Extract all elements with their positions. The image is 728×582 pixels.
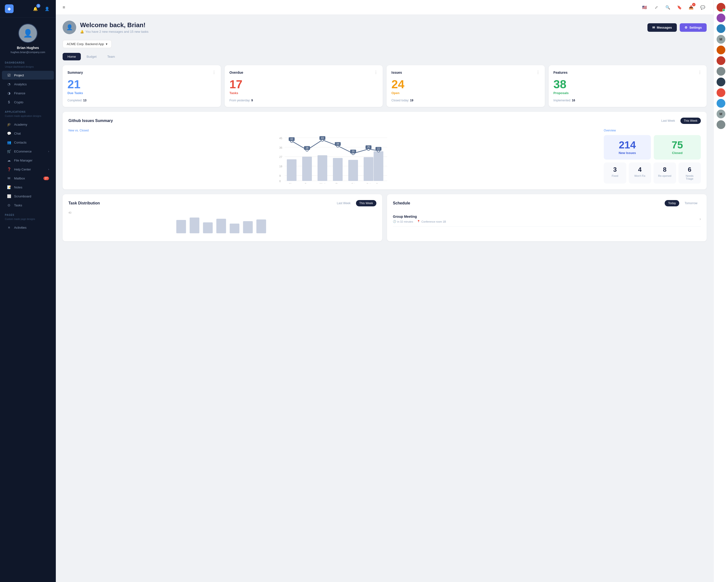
svg-text:Tue: Tue [305,183,309,184]
features-number: 38 [553,79,702,90]
sidebar-item-project[interactable]: ☑ Project [2,71,54,80]
footer-val: 19 [410,99,413,102]
schedule-today-btn[interactable]: Today [665,200,679,206]
chevron-right-icon[interactable]: › [700,217,701,221]
sidebar-item-finance[interactable]: ◑ Finance [2,89,54,98]
svg-rect-53 [257,219,266,233]
sidebar-item-label: Tasks [14,203,22,207]
sidebar-item-analytics[interactable]: ◔ Analytics [2,80,54,88]
schedule-header: Schedule Today Tomorrow [393,200,701,206]
avatar-1[interactable] [717,3,725,11]
tab-budget[interactable]: Budget [82,53,101,60]
contacts-icon: 👥 [7,140,11,144]
chevron-down-icon: ▾ [106,42,107,46]
closed-number: 75 [658,140,696,150]
avatar-8[interactable] [717,78,725,86]
pages-sub: Custom made page designs [0,218,56,223]
avatar-6[interactable] [717,56,725,65]
card-header: Summary ⋮ [68,70,216,75]
hamburger-button[interactable]: ≡ [62,5,65,10]
summary-number: 21 [68,79,216,90]
dashboards-section: DASHBOARDS Unique dashboard designs ☑ Pr… [0,57,56,107]
svg-rect-51 [230,224,239,233]
issues-footer: Closed today: 19 [391,99,540,102]
bookmark-icon[interactable]: 🔖 [676,3,683,11]
task-dist-chart: 40 [69,211,376,235]
logo-icon[interactable]: ◆ [5,4,14,13]
task-dist-header: Task Distribution Last Week This Week [69,200,376,206]
inbox-icon[interactable]: 📥 5 [687,3,695,11]
user-search-button[interactable]: 👤 [43,5,51,12]
flag-icon[interactable]: 🇺🇸 [641,3,648,11]
card-header: Features ⋮ [553,70,702,75]
issues-card: Issues ⋮ 24 Open Closed today: 19 [387,65,545,107]
envelope-icon: ✉ [652,26,655,29]
avatar-9[interactable] [717,88,725,97]
fixed-label: Fixed [607,174,623,177]
sidebar-item-academy[interactable]: 🎓 Academy [2,120,54,129]
card-menu-icon[interactable]: ⋮ [212,70,216,75]
avatar-3[interactable] [717,24,725,33]
avatar-7[interactable] [717,67,725,76]
search-icon[interactable]: 🔍 [664,3,672,11]
github-thisweek-btn[interactable]: This Week [680,118,701,124]
sidebar-item-mailbox[interactable]: ✉ Mailbox 27 [2,174,54,183]
svg-text:27: 27 [279,156,282,158]
settings-button[interactable]: ⚙ Settings [680,23,707,32]
sidebar-item-label: Finance [14,91,25,95]
avatar-2[interactable] [717,13,725,22]
tab-team[interactable]: Team [102,53,120,60]
avatar-10[interactable] [717,99,725,108]
new-issues-number: 214 [608,140,646,150]
github-lastweek-btn[interactable]: Last Week [658,118,678,124]
summary-cards: Summary ⋮ 21 Due Tasks Completed: 13 Ove… [62,65,707,107]
chevron-right-icon: › [48,168,49,171]
main-content: ≡ 🇺🇸 ⤢ 🔍 🔖 📥 5 💬 👤 Welcome back, Brian! … [56,0,713,582]
overview-top: 214 New Issues 75 Closed [604,135,701,160]
messages-button[interactable]: ✉ Messages [647,23,677,32]
line-bar-chart: 45 36 27 18 9 0 [69,135,598,184]
notification-button[interactable]: 🔔 3 [31,5,39,12]
card-menu-icon[interactable]: ⋮ [536,70,540,75]
notification-badge: 3 [36,4,40,8]
task-dist-thisweek-btn[interactable]: This Week [356,200,376,206]
sidebar-item-ecommerce[interactable]: 🛒 ECommerce › [2,147,54,156]
sidebar-item-chat[interactable]: 💬 Chat [2,129,54,138]
inbox-badge: 5 [692,3,696,6]
task-dist-lastweek-btn[interactable]: Last Week [333,200,354,206]
card-header: Issues ⋮ [391,70,540,75]
avatar-4[interactable]: M [717,35,725,44]
triage-label: Needs Triage [682,174,698,180]
card-menu-icon[interactable]: ⋮ [374,70,378,75]
tab-home[interactable]: Home [62,53,81,60]
location-icon: 📍 [417,220,420,223]
scrumboard-icon: ⬜ [7,194,11,198]
project-dropdown[interactable]: ACME Corp. Backend App ▾ [62,40,112,48]
svg-rect-48 [190,218,200,233]
event-title: Group Meeting [393,215,446,219]
sidebar-item-crypto[interactable]: $ Crypto [2,98,54,107]
github-week-toggle: Last Week This Week [658,118,701,124]
github-issues-section: Github Issues Summary Last Week This Wee… [62,112,707,189]
topbar-left: ≡ [62,5,65,10]
filemanager-icon: ☁ [7,158,11,162]
sidebar-item-notes[interactable]: 📝 Notes [2,183,54,192]
sidebar-item-tasks[interactable]: ⊙ Tasks [2,201,54,210]
card-menu-icon[interactable]: ⋮ [698,70,702,75]
fullscreen-icon[interactable]: ⤢ [652,3,660,11]
applications-label: APPLICATIONS [0,107,56,115]
task-distribution-section: Task Distribution Last Week This Week 40 [62,194,382,241]
sidebar-item-activities[interactable]: ≡ Activities [2,223,54,232]
finance-icon: ◑ [7,91,11,95]
sidebar-item-filemanager[interactable]: ☁ File Manager [2,156,54,165]
sidebar-item-contacts[interactable]: 👥 Contacts [2,138,54,147]
sidebar-item-scrumboard[interactable]: ⬜ Scrumboard [2,192,54,200]
avatar-11[interactable]: M [717,110,725,118]
event-location-text: Conference room 1B [421,220,446,223]
avatar: 👤 [18,24,37,43]
avatar-12[interactable] [717,120,725,129]
avatar-5[interactable] [717,46,725,54]
sidebar-item-helpcenter[interactable]: ❓ Help Center › [2,165,54,174]
schedule-tomorrow-btn[interactable]: Tomorrow [681,200,701,206]
chat-topbar-icon[interactable]: 💬 [699,3,707,11]
